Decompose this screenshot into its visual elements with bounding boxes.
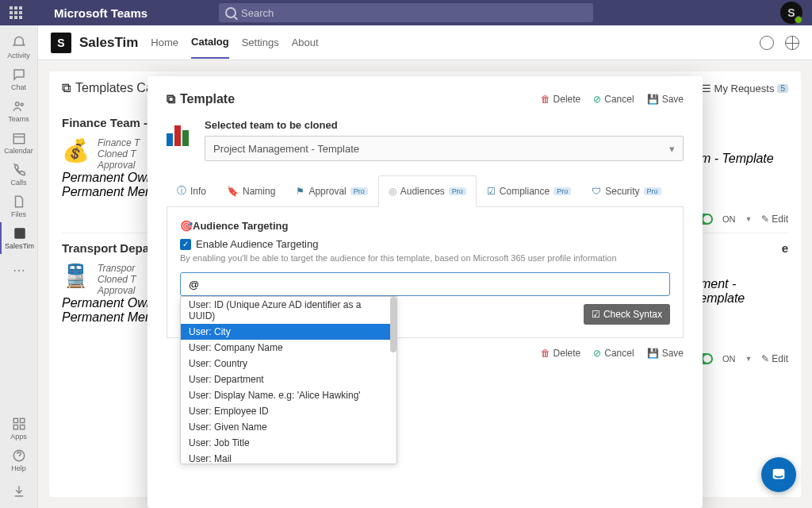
- save-icon: 💾: [647, 94, 659, 105]
- rail-more[interactable]: ⋯: [0, 254, 38, 286]
- pro-badge: Pro: [449, 187, 466, 195]
- footer-cancel-button[interactable]: ⊘Cancel: [593, 348, 634, 359]
- refresh-icon[interactable]: [760, 36, 774, 50]
- help-text: By enabling you'll be able to target the…: [180, 253, 670, 263]
- tab-label: Audiences: [400, 186, 445, 197]
- delete-label: Delete: [553, 94, 581, 105]
- select-value: Project Management - Template: [213, 143, 359, 155]
- top-bar: Microsoft Teams S: [0, 0, 812, 25]
- check-icon: ☑: [592, 309, 600, 320]
- svg-point-1: [21, 103, 23, 106]
- pro-badge: Pro: [350, 187, 368, 195]
- pro-badge: Pro: [553, 187, 571, 195]
- rail-label: Help: [11, 464, 26, 472]
- tab-audiences[interactable]: ◎AudiencesPro: [378, 175, 477, 207]
- search-input[interactable]: [219, 3, 593, 22]
- rail-activity[interactable]: Activity: [0, 32, 38, 64]
- check-syntax-button[interactable]: ☑Check Syntax: [584, 304, 670, 325]
- app-header: S SalesTim Home Catalog Settings About: [38, 25, 812, 60]
- team-select[interactable]: Project Management - Template: [205, 136, 684, 161]
- rail-label: Files: [11, 210, 26, 218]
- globe-icon[interactable]: [785, 36, 799, 50]
- app-launcher-icon[interactable]: [10, 6, 22, 19]
- enable-targeting-checkbox[interactable]: ✓: [180, 239, 191, 250]
- footer-save-button[interactable]: 💾Save: [647, 348, 684, 359]
- dropdown-item[interactable]: User: Department: [181, 371, 396, 387]
- tab-label: Security: [605, 186, 639, 197]
- avatar[interactable]: S: [780, 2, 802, 24]
- dropdown-item[interactable]: User: ID (Unique Azure AD identifier as …: [181, 297, 396, 324]
- chat-icon: [770, 466, 787, 483]
- app-name: SalesTim: [79, 35, 138, 51]
- rail-label: Calendar: [4, 147, 33, 155]
- svg-rect-4: [13, 418, 17, 422]
- rail-download[interactable]: [0, 476, 38, 508]
- tab-catalog[interactable]: Catalog: [191, 26, 229, 59]
- svg-point-0: [15, 102, 19, 106]
- delete-label: Delete: [553, 348, 581, 359]
- save-icon: 💾: [647, 348, 659, 359]
- dropdown-item[interactable]: User: Employee ID: [181, 403, 396, 419]
- dropdown-item[interactable]: User: Mail: [181, 451, 396, 464]
- modal-title: ⧉ Template: [167, 92, 235, 106]
- info-icon: ⓘ: [177, 184, 186, 198]
- cancel-button[interactable]: ⊘Cancel: [593, 94, 634, 105]
- rail-files[interactable]: Files: [0, 190, 38, 222]
- salestim-logo: S: [51, 33, 71, 53]
- tab-about[interactable]: About: [292, 27, 319, 58]
- tab-settings[interactable]: Settings: [242, 27, 279, 58]
- intercom-fab[interactable]: [761, 457, 796, 492]
- check-icon: ☑: [487, 186, 496, 197]
- rail-teams[interactable]: Teams: [0, 95, 38, 127]
- rail-apps[interactable]: Apps: [0, 413, 38, 444]
- pro-badge: Pro: [644, 187, 661, 195]
- svg-rect-5: [20, 418, 24, 422]
- dropdown-item[interactable]: User: City: [181, 324, 396, 340]
- save-label: Save: [662, 348, 684, 359]
- dropdown-item[interactable]: User: Job Title: [181, 435, 396, 451]
- checkbox-label: Enable Audience Targeting: [196, 238, 318, 250]
- flag-icon: ⚑: [296, 186, 304, 197]
- svg-rect-3: [14, 228, 25, 239]
- dropdown-item[interactable]: User: Display Name. e.g: 'Alice Hawking': [181, 387, 396, 403]
- tag-icon: 🔖: [227, 186, 239, 197]
- section-title-text: Audience Targeting: [193, 220, 288, 232]
- tab-compliance[interactable]: ☑CompliancePro: [477, 175, 581, 206]
- rail-help[interactable]: Help: [0, 444, 38, 476]
- cancel-icon: ⊘: [593, 348, 601, 359]
- tab-security[interactable]: 🛡SecurityPro: [581, 175, 671, 206]
- save-button[interactable]: 💾Save: [647, 94, 684, 105]
- svg-rect-7: [20, 425, 24, 429]
- dropdown-item[interactable]: User: Given Name: [181, 419, 396, 435]
- tab-naming[interactable]: 🔖Naming: [216, 175, 285, 206]
- tab-approval[interactable]: ⚑ApprovalPro: [285, 175, 377, 206]
- search-container: [219, 3, 593, 22]
- delete-button[interactable]: 🗑Delete: [541, 94, 581, 105]
- content-area: ⧉ Templates Catalog ☰ My Requests 5 Fina…: [38, 60, 812, 508]
- template-modal: ⧉ Template 🗑Delete ⊘Cancel 💾Save Selecte…: [147, 76, 703, 508]
- tab-label: Approval: [308, 186, 346, 197]
- scrollbar[interactable]: [390, 297, 396, 352]
- tab-home[interactable]: Home: [151, 27, 178, 58]
- shield-icon: 🛡: [592, 186, 601, 197]
- rail-calls[interactable]: Calls: [0, 159, 38, 190]
- cancel-icon: ⊘: [593, 94, 601, 105]
- dropdown-item[interactable]: User: Company Name: [181, 340, 396, 356]
- dropdown-item[interactable]: User: Country: [181, 356, 396, 371]
- rail-chat[interactable]: Chat: [0, 64, 38, 95]
- modal-overlay: ⧉ Template 🗑Delete ⊘Cancel 💾Save Selecte…: [38, 60, 812, 508]
- footer-delete-button[interactable]: 🗑Delete: [541, 348, 581, 359]
- formula-input[interactable]: [180, 272, 670, 296]
- rail-salestim[interactable]: SalesTim: [0, 222, 38, 254]
- clone-label: Selected team to be cloned: [205, 119, 684, 131]
- cancel-label: Cancel: [604, 94, 634, 105]
- tab-label: Info: [190, 186, 206, 197]
- tab-info[interactable]: ⓘInfo: [167, 175, 216, 206]
- team-chart-icon: [167, 119, 193, 146]
- modal-title-text: Template: [180, 92, 235, 106]
- rail-label: Teams: [8, 115, 29, 123]
- rail-label: Apps: [10, 433, 27, 441]
- rail-calendar[interactable]: Calendar: [0, 127, 38, 159]
- copy-icon: ⧉: [167, 92, 175, 106]
- rail-label: Activity: [7, 52, 30, 60]
